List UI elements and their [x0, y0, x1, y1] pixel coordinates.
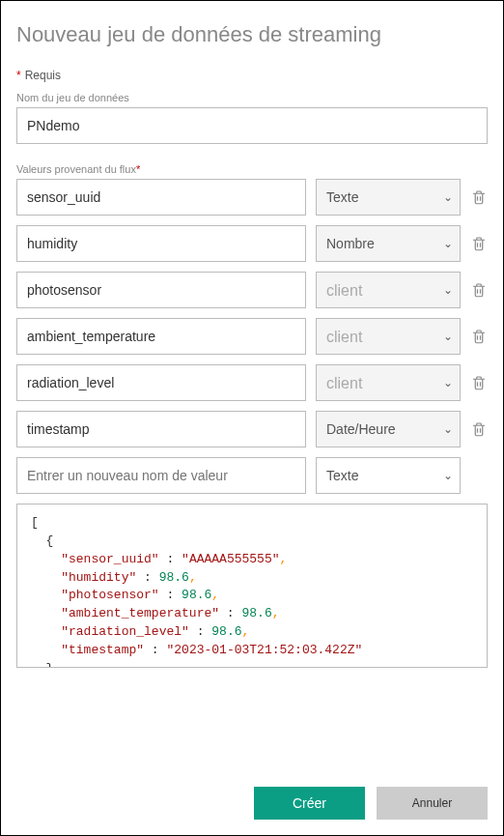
flux-rows-container: Texte⌄Nombre⌄client⌄client⌄client⌄Date/H…: [16, 179, 488, 447]
flux-row: client⌄: [16, 272, 488, 308]
flux-value-name-input[interactable]: [16, 411, 306, 447]
trash-icon[interactable]: [470, 234, 488, 253]
flux-value-name-input[interactable]: [16, 225, 306, 262]
new-value-row: Texte ⌄: [16, 457, 488, 494]
flux-value-type-select[interactable]: Texte: [316, 179, 461, 216]
flux-row: Nombre⌄: [16, 225, 488, 262]
page-title: Nouveau jeu de données de streaming: [16, 22, 488, 47]
required-asterisk: *: [16, 69, 21, 82]
flux-value-name-input[interactable]: [16, 272, 306, 308]
dataset-name-label: Nom du jeu de données: [16, 92, 488, 103]
flux-value-name-input[interactable]: [16, 364, 306, 401]
flux-value-type-select[interactable]: client: [316, 364, 461, 401]
trash-icon[interactable]: [470, 373, 488, 392]
sample-json-preview: [ { "sensor_uuid" : "AAAAA555555", "humi…: [16, 504, 488, 668]
flux-value-type-select[interactable]: client: [316, 318, 461, 355]
trash-icon[interactable]: [470, 280, 488, 300]
dataset-name-input[interactable]: [16, 107, 488, 144]
flux-row: Texte⌄: [16, 179, 488, 216]
flux-value-name-input[interactable]: [16, 179, 306, 216]
new-value-name-input[interactable]: [16, 457, 306, 494]
flux-value-type-select[interactable]: client: [316, 272, 461, 308]
flux-value-name-input[interactable]: [16, 318, 306, 355]
trash-icon[interactable]: [470, 327, 488, 346]
create-button[interactable]: Créer: [254, 787, 365, 820]
cancel-button[interactable]: Annuler: [377, 787, 488, 820]
flux-row: client⌄: [16, 364, 488, 401]
required-note: *Requis: [16, 69, 488, 82]
new-value-type-select[interactable]: Texte: [316, 457, 461, 494]
flux-value-type-select[interactable]: Nombre: [316, 225, 461, 262]
trash-icon[interactable]: [470, 419, 488, 439]
trash-icon[interactable]: [470, 187, 488, 207]
flux-values-label: Valeurs provenant du flux*: [16, 163, 488, 175]
button-bar: Créer Annuler: [254, 787, 488, 820]
flux-value-type-select[interactable]: Date/Heure: [316, 411, 461, 447]
flux-row: client⌄: [16, 318, 488, 355]
flux-row: Date/Heure⌄: [16, 411, 488, 447]
